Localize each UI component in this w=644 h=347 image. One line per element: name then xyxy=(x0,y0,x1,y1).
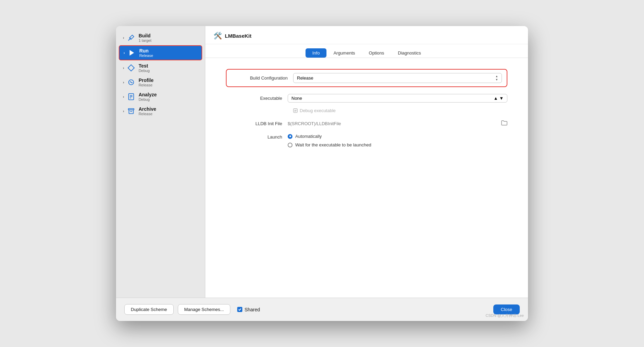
executable-stepper-icon: ▲ ▼ xyxy=(494,96,504,101)
sidebar-item-archive[interactable]: › Archive Release xyxy=(119,104,202,118)
page-title: LMBaseKit xyxy=(225,33,520,39)
debug-executable-checkbox xyxy=(293,108,298,113)
executable-value-text: None xyxy=(291,96,302,101)
sidebar-item-analyze[interactable]: › Analyze Debug xyxy=(119,90,202,104)
sidebar-profile-sub: Release xyxy=(139,83,154,87)
sidebar-analyze-name: Analyze xyxy=(139,92,157,97)
lmbasekit-icon: 🛠️ xyxy=(214,32,222,40)
svg-marker-1 xyxy=(128,65,134,71)
chevron-icon: › xyxy=(123,36,124,40)
scheme-editor-dialog: › Build 1 target › xyxy=(116,26,528,321)
build-config-label: Build Configuration xyxy=(231,75,293,81)
play-icon xyxy=(127,48,137,58)
sidebar-item-profile[interactable]: › Profile Release xyxy=(119,75,202,89)
sidebar-run-text: Run Release xyxy=(139,48,153,58)
lldb-folder-button[interactable] xyxy=(501,120,507,127)
sidebar-build-name: Build xyxy=(139,33,151,38)
sidebar: › Build 1 target › xyxy=(116,26,205,298)
launch-auto-option[interactable]: Automatically xyxy=(288,134,371,139)
sidebar-run-name: Run xyxy=(139,48,153,53)
sidebar-item-run[interactable]: › Run Release xyxy=(119,45,202,60)
sidebar-profile-text: Profile Release xyxy=(139,77,154,87)
debug-executable-label: Debug executable xyxy=(300,108,336,113)
executable-value: None ▲ ▼ xyxy=(288,94,507,103)
launch-wait-label: Wait for the executable to be launched xyxy=(295,142,371,147)
content-header: 🛠️ LMBaseKit xyxy=(205,26,528,44)
tab-diagnostics[interactable]: Diagnostics xyxy=(391,48,428,58)
sidebar-build-sub: 1 target xyxy=(139,38,151,43)
sidebar-test-name: Test xyxy=(139,63,150,69)
debug-executable-row: Debug executable xyxy=(293,108,507,113)
executable-label: Executable xyxy=(226,96,288,101)
sidebar-run-sub: Release xyxy=(139,53,153,58)
radio-auto-icon xyxy=(288,134,292,139)
sidebar-item-test[interactable]: › Test Debug xyxy=(119,61,202,75)
sidebar-test-sub: Debug xyxy=(139,69,150,73)
stepper-icon: ▲ ▼ xyxy=(495,75,498,81)
sidebar-item-build[interactable]: › Build 1 target xyxy=(119,31,202,45)
form-area: Build Configuration Release ▲ ▼ Execut xyxy=(205,58,528,298)
shared-checkbox-group: Shared xyxy=(237,307,260,312)
sidebar-archive-text: Archive Release xyxy=(139,106,156,116)
lldb-init-row: LLDB Init File xyxy=(226,120,507,127)
lldb-init-input xyxy=(288,120,507,127)
archive-icon xyxy=(126,106,136,116)
launch-row: Launch Automatically Wait for the execut… xyxy=(226,134,507,147)
wave-icon xyxy=(126,77,136,87)
tab-options[interactable]: Options xyxy=(362,48,391,58)
chevron-analyze-icon: › xyxy=(123,95,124,99)
dialog-body: › Build 1 target › xyxy=(116,26,528,298)
tab-info[interactable]: Info xyxy=(306,48,327,58)
sidebar-archive-name: Archive xyxy=(139,106,156,112)
radio-wait-icon xyxy=(288,143,292,147)
hammer-icon xyxy=(126,33,136,43)
lldb-init-field[interactable] xyxy=(288,121,498,126)
sidebar-build-text: Build 1 target xyxy=(139,33,151,43)
chevron-profile-icon: › xyxy=(123,80,124,84)
diamond-icon xyxy=(126,63,136,73)
svg-rect-8 xyxy=(129,110,133,113)
executable-dropdown[interactable]: None ▲ ▼ xyxy=(288,94,507,103)
launch-wait-option[interactable]: Wait for the executable to be launched xyxy=(288,142,371,147)
build-config-dropdown[interactable]: Release ▲ ▼ xyxy=(293,73,502,83)
sidebar-profile-name: Profile xyxy=(139,77,154,83)
shared-checkbox[interactable] xyxy=(237,307,242,312)
sidebar-analyze-text: Analyze Debug xyxy=(139,92,157,101)
sidebar-test-text: Test Debug xyxy=(139,63,150,73)
watermark: CSDN @人月神话-Lee xyxy=(486,313,524,318)
chevron-run-icon: › xyxy=(124,51,125,55)
chevron-archive-icon: › xyxy=(123,109,124,113)
dialog-footer: Duplicate Scheme Manage Schemes... Share… xyxy=(116,298,528,321)
launch-label: Launch xyxy=(226,134,288,140)
manage-schemes-button[interactable]: Manage Schemes... xyxy=(178,304,231,315)
svg-marker-0 xyxy=(129,50,134,56)
launch-options: Automatically Wait for the executable to… xyxy=(288,134,371,147)
doc-icon xyxy=(126,92,136,101)
tab-arguments[interactable]: Arguments xyxy=(326,48,362,58)
sidebar-archive-sub: Release xyxy=(139,112,156,116)
build-config-value: Release xyxy=(297,75,313,81)
chevron-test-icon: › xyxy=(123,66,124,70)
shared-label: Shared xyxy=(244,307,260,312)
tabs-bar: Info Arguments Options Diagnostics xyxy=(205,44,528,58)
lldb-init-label: LLDB Init File xyxy=(226,121,288,126)
sidebar-analyze-sub: Debug xyxy=(139,97,157,101)
main-content: 🛠️ LMBaseKit Info Arguments Options Diag… xyxy=(205,26,528,298)
executable-row: Executable None ▲ ▼ xyxy=(226,94,507,103)
build-config-select: Release ▲ ▼ xyxy=(293,73,502,83)
launch-auto-label: Automatically xyxy=(295,134,322,139)
duplicate-scheme-button[interactable]: Duplicate Scheme xyxy=(124,304,174,315)
build-config-row: Build Configuration Release ▲ ▼ xyxy=(226,69,507,87)
